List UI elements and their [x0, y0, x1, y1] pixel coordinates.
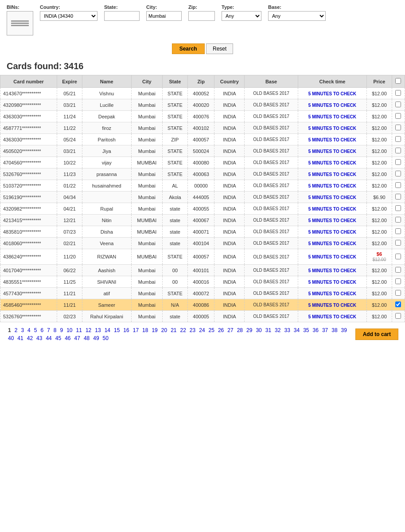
page-link-49[interactable]: 49	[92, 335, 100, 342]
page-link-45[interactable]: 45	[54, 335, 62, 342]
page-link-38[interactable]: 38	[330, 327, 339, 334]
cell-checkbox[interactable]	[392, 88, 405, 99]
cell-checkbox[interactable]	[392, 180, 405, 192]
page-link-15[interactable]: 15	[113, 327, 121, 334]
row-checkbox[interactable]	[395, 113, 401, 119]
cell-checkbox[interactable]	[392, 288, 405, 299]
cell-checkbox[interactable]	[392, 249, 405, 265]
cell-checkbox[interactable]	[392, 111, 405, 122]
cell-checkbox[interactable]	[392, 265, 405, 276]
cell-check-time[interactable]: 5 MINUTES TO CHECK	[298, 249, 366, 265]
cell-checkbox[interactable]	[392, 168, 405, 180]
page-link-34[interactable]: 34	[292, 327, 301, 334]
cell-checkbox[interactable]	[392, 192, 405, 203]
page-link-36[interactable]: 36	[312, 327, 320, 334]
row-checkbox[interactable]	[395, 290, 401, 296]
page-link-20[interactable]: 20	[160, 327, 168, 334]
cell-check-time[interactable]: 5 MINUTES TO CHECK	[298, 203, 366, 215]
page-link-25[interactable]: 25	[207, 327, 216, 334]
row-checkbox[interactable]	[395, 159, 401, 165]
cell-checkbox[interactable]	[392, 311, 405, 322]
row-checkbox[interactable]	[395, 171, 401, 176]
page-link-40[interactable]: 40	[7, 335, 15, 342]
page-link-46[interactable]: 46	[63, 335, 72, 342]
row-checkbox[interactable]	[395, 90, 401, 96]
page-link-21[interactable]: 21	[169, 327, 178, 334]
state-input[interactable]	[104, 11, 140, 21]
cell-check-time[interactable]: 5 MINUTES TO CHECK	[298, 134, 366, 145]
cell-check-time[interactable]: 5 MINUTES TO CHECK	[298, 276, 366, 288]
page-link-8[interactable]: 8	[52, 327, 58, 334]
row-checkbox[interactable]	[395, 102, 401, 107]
cell-check-time[interactable]: 5 MINUTES TO CHECK	[298, 180, 366, 192]
cell-check-time[interactable]: 5 MINUTES TO CHECK	[298, 168, 366, 180]
cell-checkbox[interactable]	[392, 122, 405, 134]
country-select[interactable]: INDIA (34340	[40, 11, 97, 21]
page-link-28[interactable]: 28	[236, 327, 244, 334]
cell-checkbox[interactable]	[392, 299, 405, 311]
page-link-41[interactable]: 41	[16, 335, 24, 342]
page-link-9[interactable]: 9	[59, 327, 65, 334]
page-link-3[interactable]: 3	[19, 327, 25, 334]
row-checkbox[interactable]	[395, 313, 401, 319]
page-link-42[interactable]: 42	[26, 335, 34, 342]
cell-checkbox[interactable]	[392, 276, 405, 288]
cell-checkbox[interactable]	[392, 99, 405, 111]
page-link-32[interactable]: 32	[273, 327, 282, 334]
base-select[interactable]: Any	[268, 11, 326, 21]
page-link-24[interactable]: 24	[198, 327, 206, 334]
col-checkbox-header[interactable]	[392, 75, 405, 88]
add-to-cart-button[interactable]: Add to cart	[355, 329, 398, 340]
row-checkbox[interactable]	[395, 301, 401, 307]
row-checkbox[interactable]	[395, 125, 401, 130]
page-link-22[interactable]: 22	[179, 327, 187, 334]
page-link-50[interactable]: 50	[101, 335, 110, 342]
cell-check-time[interactable]: 5 MINUTES TO CHECK	[298, 145, 366, 157]
page-link-19[interactable]: 19	[150, 327, 159, 334]
row-checkbox[interactable]	[395, 182, 401, 188]
page-link-16[interactable]: 16	[122, 327, 130, 334]
bins-input-box[interactable]	[7, 11, 33, 35]
page-link-11[interactable]: 11	[75, 327, 83, 334]
page-link-43[interactable]: 43	[35, 335, 43, 342]
row-checkbox[interactable]	[395, 267, 401, 273]
city-input[interactable]	[146, 11, 182, 21]
page-link-26[interactable]: 26	[217, 327, 225, 334]
page-link-10[interactable]: 10	[65, 327, 74, 334]
page-link-47[interactable]: 47	[73, 335, 82, 342]
page-link-27[interactable]: 27	[226, 327, 234, 334]
zip-input[interactable]	[188, 11, 215, 21]
page-link-6[interactable]: 6	[39, 327, 45, 334]
cell-checkbox[interactable]	[392, 215, 405, 226]
cell-checkbox[interactable]	[392, 238, 405, 249]
row-checkbox[interactable]	[395, 217, 401, 223]
row-checkbox[interactable]	[395, 194, 401, 200]
cell-check-time[interactable]: 5 MINUTES TO CHECK	[298, 311, 366, 322]
page-link-17[interactable]: 17	[132, 327, 140, 334]
page-link-33[interactable]: 33	[283, 327, 291, 334]
row-checkbox[interactable]	[395, 278, 401, 284]
page-link-23[interactable]: 23	[188, 327, 197, 334]
cell-check-time[interactable]: 5 MINUTES TO CHECK	[298, 215, 366, 226]
cell-check-time[interactable]: 5 MINUTES TO CHECK	[298, 238, 366, 249]
select-all-checkbox[interactable]	[395, 78, 401, 84]
type-select[interactable]: Any	[222, 11, 261, 21]
cell-check-time[interactable]: 5 MINUTES TO CHECK	[298, 288, 366, 299]
page-link-5[interactable]: 5	[33, 327, 39, 334]
cell-check-time[interactable]: 5 MINUTES TO CHECK	[298, 111, 366, 122]
page-link-2[interactable]: 2	[13, 327, 19, 334]
page-link-44[interactable]: 44	[44, 335, 53, 342]
page-link-48[interactable]: 48	[82, 335, 91, 342]
page-link-18[interactable]: 18	[141, 327, 149, 334]
page-link-37[interactable]: 37	[321, 327, 329, 334]
cell-check-time[interactable]: 5 MINUTES TO CHECK	[298, 299, 366, 311]
cell-check-time[interactable]: 5 MINUTES TO CHECK	[298, 226, 366, 238]
cell-checkbox[interactable]	[392, 157, 405, 168]
cell-check-time[interactable]: 5 MINUTES TO CHECK	[298, 122, 366, 134]
search-button[interactable]: Search	[172, 43, 205, 54]
page-link-31[interactable]: 31	[264, 327, 273, 334]
row-checkbox[interactable]	[395, 228, 401, 234]
page-link-29[interactable]: 29	[245, 327, 253, 334]
row-checkbox[interactable]	[395, 205, 401, 211]
cell-check-time[interactable]: 5 MINUTES TO CHECK	[298, 265, 366, 276]
